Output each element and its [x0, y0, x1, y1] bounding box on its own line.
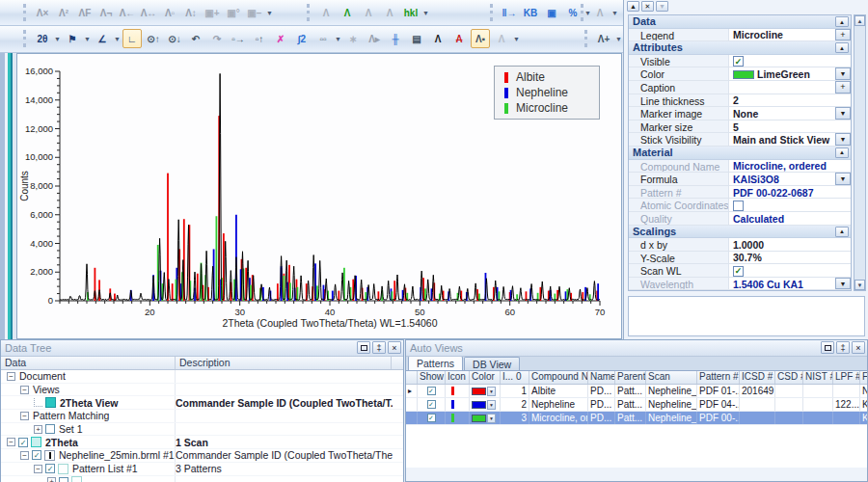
display-settings-icon[interactable]: ▤	[407, 29, 426, 48]
property-value[interactable]	[729, 199, 851, 211]
column-header-i-0[interactable]: I... 0	[501, 371, 529, 384]
paste-range-icon[interactable]: ▫→	[229, 29, 248, 48]
dropdown-caret-icon[interactable]: ▼	[113, 30, 122, 47]
tree-row[interactable]: −✓Pattern List #13 Patterns	[1, 463, 403, 476]
property-value[interactable]	[729, 81, 835, 94]
toolbar-drag-handle[interactable]	[23, 4, 28, 21]
flip-view-icon[interactable]: Λ▸	[365, 29, 384, 48]
stretch-pattern-icon[interactable]: Λ↔	[139, 3, 158, 22]
checkbox-checked-icon[interactable]: ✓	[733, 56, 744, 67]
tree-collapse-icon[interactable]: −	[34, 465, 42, 473]
tree-checkbox-checked[interactable]: ✓	[18, 438, 28, 447]
strip-kalpha2-icon[interactable]: Λ²	[54, 3, 73, 22]
table-row[interactable]: ▸✓▼1AlbitePD...Patt...Nepheline_...PDF 0…	[406, 385, 867, 398]
add-window-icon[interactable]: ▣+	[203, 3, 222, 22]
property-grid-scrollbar[interactable]: ▲ ▼	[854, 14, 866, 291]
strip-background-icon[interactable]: Λ×	[33, 3, 52, 22]
create-peaks-icon[interactable]: Λ	[428, 29, 448, 48]
tree-checkbox-checked[interactable]: ✓	[32, 450, 41, 460]
tree-collapse-icon[interactable]: −	[20, 451, 29, 460]
peak-area-icon[interactable]: Λ▪	[471, 29, 490, 48]
column-header-show[interactable]: Show	[418, 371, 446, 384]
tree-collapse-icon[interactable]: −	[20, 412, 29, 420]
property-value[interactable]: Main and Stick View	[729, 133, 835, 146]
twotheta-scale-dropdown[interactable]: 2θ	[33, 29, 52, 48]
dropdown-caret-icon[interactable]: ▼	[265, 4, 274, 21]
section-header-material[interactable]: Material▲	[629, 147, 851, 160]
color-swatch[interactable]	[472, 401, 486, 409]
collapse-section-icon[interactable]: ▲	[835, 42, 849, 53]
link-window-icon[interactable]: ▣°	[224, 3, 243, 22]
tree-expand-icon[interactable]: +	[34, 425, 42, 434]
peak-search-icon[interactable]: Λ+	[594, 29, 613, 48]
dropdown-caret-icon[interactable]: ▼	[53, 30, 62, 47]
tree-row[interactable]: −Pattern Matching	[1, 410, 403, 423]
property-value[interactable]: Microcline	[729, 29, 835, 41]
residue-icon[interactable]: Λ	[359, 3, 378, 22]
zoom-reset-icon[interactable]: ∟	[122, 29, 142, 48]
slope-tool-dropdown[interactable]: ∠	[93, 29, 112, 48]
tab-patterns[interactable]: Patterns	[408, 356, 463, 370]
undo-icon[interactable]: ↶	[186, 29, 205, 48]
expand-plus-button[interactable]: +	[835, 29, 851, 41]
column-header-icon[interactable]: Icon	[446, 371, 470, 384]
dropdown-caret-icon[interactable]: ▼	[614, 30, 623, 47]
dropdown-button[interactable]: ▼	[835, 107, 851, 120]
tree-row[interactable]: +	[1, 476, 403, 482]
column-header-name[interactable]: Name	[588, 371, 615, 384]
shift-pattern-icon[interactable]: Λ←	[118, 3, 137, 22]
collapse-section-icon[interactable]: ▲	[835, 227, 849, 237]
copy-range-icon[interactable]: ▫↑	[250, 29, 269, 48]
section-header-scalings[interactable]: Scalings▲	[629, 226, 851, 239]
column-header-lpf-[interactable]: LPF #	[833, 371, 860, 384]
toolbar-drag-handle[interactable]	[307, 4, 312, 21]
tree-row[interactable]: −✓Nepheline_25min.brml #1Commander Sampl…	[1, 449, 403, 463]
fourier-smooth-icon[interactable]: ΛF	[75, 3, 95, 22]
profile-fit-icon[interactable]: Λ	[590, 3, 610, 22]
search-zoom-icon[interactable]: Λ	[380, 3, 399, 22]
property-value[interactable]: 30.7%	[729, 252, 851, 264]
color-swatch[interactable]	[472, 415, 486, 422]
dropdown-caret-icon[interactable]: ▼	[421, 4, 430, 21]
property-value[interactable]: ✓	[729, 55, 851, 67]
column-header-scan[interactable]: Scan	[646, 371, 697, 384]
hkl-generate-icon[interactable]: hkl	[401, 3, 420, 22]
dropdown-caret-icon[interactable]: ▼	[610, 4, 619, 21]
dropdown-caret-icon[interactable]: ▼	[83, 30, 92, 47]
delete-pattern-icon[interactable]: ✗	[271, 29, 290, 48]
tree-row[interactable]: +Set 1	[1, 423, 403, 437]
tree-row[interactable]: −Views	[1, 384, 403, 397]
checkbox-checked-icon[interactable]: ✓	[733, 266, 744, 277]
column-header-pattern-[interactable]: Pattern #	[697, 371, 740, 384]
show-peaks-icon[interactable]: Λ	[492, 29, 511, 48]
toolbar-drag-handle[interactable]	[490, 4, 495, 21]
property-value[interactable]: ✓	[729, 264, 851, 277]
tree-collapse-icon[interactable]: −	[7, 438, 15, 446]
tree-checkbox-unchecked[interactable]	[59, 477, 68, 482]
checkbox-unchecked-icon[interactable]	[733, 201, 744, 211]
kbeta-icon[interactable]: KB	[521, 3, 540, 22]
show-checkbox[interactable]: ✓	[427, 400, 436, 409]
dropdown-button[interactable]: ▼	[835, 173, 851, 185]
tree-row[interactable]: 2Theta ViewCommander Sample ID (Coupled …	[1, 396, 403, 410]
tab-db-view[interactable]: DB View	[464, 357, 520, 370]
table-row[interactable]: ✓▼3Microcline, ord...PD...Patt...Nepheli…	[406, 412, 867, 425]
show-checkbox[interactable]: ✓	[427, 387, 436, 395]
show-checkbox[interactable]: ✓	[427, 414, 436, 422]
close-icon[interactable]: ×	[852, 341, 865, 354]
remove-window-icon[interactable]: ▣−	[245, 3, 264, 22]
scroll-down-icon[interactable]: ▼	[854, 280, 865, 290]
search-match-icon[interactable]: Λ	[338, 3, 357, 22]
pin-icon[interactable]: ‡	[836, 341, 850, 354]
column-header-compound-name[interactable]: Compound Name	[529, 371, 588, 384]
property-value[interactable]: None	[729, 107, 835, 120]
column-header-csd-[interactable]: CSD #	[775, 371, 803, 384]
section-header-attributes[interactable]: Attributes▲	[629, 41, 851, 55]
color-dropdown-icon[interactable]: ▼	[487, 414, 496, 423]
table-row[interactable]: ✓▼2NephelinePD...Patt...Nepheline_...PDF…	[406, 398, 867, 412]
column-header-icsd-[interactable]: ICSD #	[740, 371, 775, 384]
expand-plus-button[interactable]: +	[835, 81, 851, 94]
dropdown-button[interactable]: ▼	[835, 67, 851, 80]
copy-document-dropdown[interactable]: ▫▫	[313, 29, 333, 48]
column-header-color[interactable]: Color	[470, 371, 501, 384]
